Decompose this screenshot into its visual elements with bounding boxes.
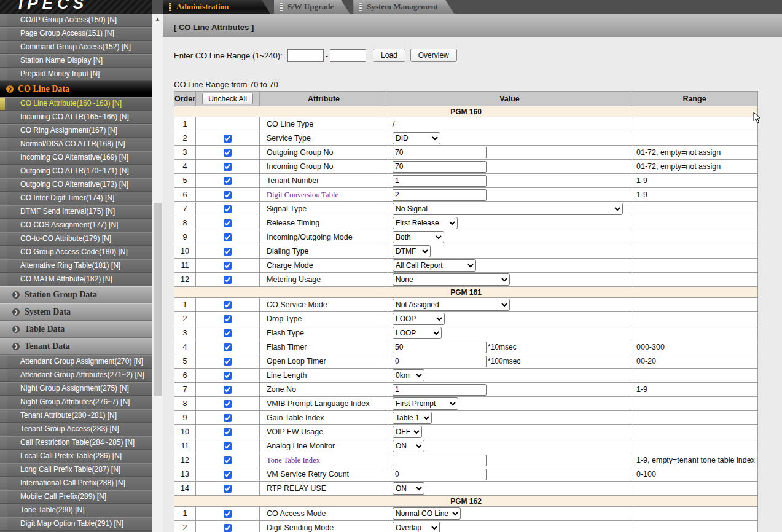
value-select[interactable]: Not Assigned — [393, 299, 510, 311]
uncheck-all-button[interactable]: Uncheck All — [202, 93, 253, 104]
sidebar-item-command-group-access-152-n[interactable]: Command Group Access(152) [N] — [0, 41, 152, 54]
row-checkbox[interactable] — [224, 329, 232, 337]
row-checkbox[interactable] — [224, 442, 232, 450]
row-checkbox[interactable] — [224, 471, 232, 479]
row-checkbox[interactable] — [224, 510, 232, 518]
sidebar-item-international-call-prefix-288-n[interactable]: International Call Prefix(288) [N] — [0, 477, 152, 490]
sidebar-item-tenant-group-access-283-n[interactable]: Tenant Group Access(283) [N] — [0, 423, 152, 436]
value-select[interactable]: Both — [393, 231, 444, 243]
sidebar-item-co-ip-group-access-150-n[interactable]: CO/IP Group Access(150) [N] — [0, 14, 152, 27]
value-select[interactable]: LOOP — [393, 313, 445, 325]
row-checkbox[interactable] — [224, 149, 232, 157]
tab-system-management[interactable]: System Management — [353, 0, 454, 14]
sidebar-group-tenant-data[interactable]: ❯Tenant Data — [0, 338, 152, 355]
value-select[interactable]: Normal CO Line — [393, 507, 461, 520]
value-select[interactable]: DID — [393, 132, 440, 144]
value-select[interactable]: ON — [393, 440, 424, 452]
sidebar-group-system-data[interactable]: ❯System Data — [0, 303, 152, 321]
row-checkbox[interactable] — [224, 456, 232, 464]
sidebar-item-tenant-attribute-280-281-n[interactable]: Tenant Attribute(280~281) [N] — [0, 409, 152, 423]
tab-sw-upgrade[interactable]: S/W Upgrade — [274, 0, 350, 14]
row-checkbox[interactable] — [224, 386, 232, 394]
sidebar-item-incoming-co-attr-165-166-n[interactable]: Incoming CO ATTR(165~166) [N] — [0, 111, 152, 124]
row-checkbox[interactable] — [224, 177, 232, 185]
row-checkbox[interactable] — [224, 262, 232, 270]
sidebar-group-co-line-data[interactable]: ❯CO Line Data — [0, 81, 152, 97]
load-button[interactable]: Load — [373, 49, 405, 62]
row-checkbox[interactable] — [224, 343, 232, 351]
value-select[interactable]: DTMF — [393, 245, 431, 257]
row-checkbox[interactable] — [224, 485, 232, 493]
row-checkbox[interactable] — [224, 301, 232, 309]
row-checkbox[interactable] — [224, 219, 232, 227]
value-input[interactable] — [393, 161, 487, 173]
value-select[interactable]: All Call Report — [393, 259, 476, 272]
sidebar-item-page-group-access-151-n[interactable]: Page Group Access(151) [N] — [0, 27, 152, 41]
sidebar-item-mobile-call-prefix-289-n[interactable]: Mobile Call Prefix(289) [N] — [0, 490, 152, 504]
sidebar-item-attendant-group-assignment-270-n[interactable]: Attendant Group Assignment(270) [N] — [0, 355, 152, 369]
sidebar-item-outgoing-co-alternative-173-n[interactable]: Outgoing CO Alternative(173) [N] — [0, 178, 152, 192]
row-checkbox[interactable] — [224, 524, 232, 532]
sidebar-group-station-group-data[interactable]: ❯Station Group Data — [0, 286, 152, 303]
row-checkbox[interactable] — [224, 400, 232, 408]
sidebar-group-table-data[interactable]: ❯Table Data — [0, 321, 152, 338]
row-checkbox[interactable] — [224, 233, 232, 241]
value-input[interactable] — [393, 175, 487, 187]
sidebar-item-dtmf-send-interval-175-n[interactable]: DTMF Send Interval(175) [N] — [0, 205, 152, 219]
sidebar-item-night-group-attributes-276-7-n[interactable]: Night Group Attributes(276~7) [N] — [0, 396, 152, 409]
range-to-input[interactable] — [330, 49, 366, 62]
sidebar-item-station-name-display-n[interactable]: Station Name Display [N] — [0, 54, 152, 68]
row-checkbox[interactable] — [224, 315, 232, 323]
row-checkbox[interactable] — [224, 428, 232, 436]
sidebar-item-prepaid-money-input-n[interactable]: Prepaid Money Input [N] — [0, 68, 152, 81]
value-select[interactable]: None — [393, 273, 510, 286]
value-select[interactable]: First Prompt — [393, 397, 458, 410]
sidebar-scrollbar[interactable]: ▲ — [152, 14, 163, 532]
sidebar-item-call-restriction-table-284-285-n[interactable]: Call Restriction Table(284~285) [N] — [0, 436, 152, 450]
tab-administration[interactable]: Administration — [163, 0, 270, 14]
scroll-up-arrow-icon[interactable]: ▲ — [152, 15, 163, 23]
value-select[interactable]: ON — [393, 482, 424, 495]
sidebar-item-attendant-group-attributes-271-2-n[interactable]: Attendant Group Attributes(271~2) [N] — [0, 369, 152, 382]
value-input[interactable] — [393, 384, 487, 396]
sidebar-item-digit-map-option-table-291-n[interactable]: Digit Map Option Table(291) [N] — [0, 517, 152, 531]
sidebar-item-long-call-prefix-table-287-n[interactable]: Long Call Prefix Table(287) [N] — [0, 463, 152, 477]
value-select[interactable]: No Signal — [393, 203, 623, 215]
sidebar-item-tone-table-290-n[interactable]: Tone Table(290) [N] — [0, 504, 152, 517]
row-checkbox[interactable] — [224, 163, 232, 171]
sidebar-item-co-cos-assignment-177-n[interactable]: CO COS Assignment(177) [N] — [0, 219, 152, 232]
range-from-input[interactable] — [287, 49, 324, 62]
sidebar-item-co-line-attribute-160-163-n[interactable]: CO Line Attribute(160~163) [N] — [0, 97, 152, 111]
sidebar-item-outgoing-co-attr-170-171-n[interactable]: Outgoing CO ATTR(170~171) [N] — [0, 165, 152, 178]
row-checkbox[interactable] — [224, 191, 232, 199]
scrollbar-thumb[interactable] — [154, 203, 162, 396]
row-checkbox[interactable] — [224, 135, 232, 143]
value-select[interactable]: 0km — [393, 369, 424, 381]
value-select[interactable]: First Release — [393, 217, 458, 229]
row-checkbox[interactable] — [224, 372, 232, 380]
value-input[interactable] — [393, 469, 487, 480]
row-checkbox[interactable] — [224, 414, 232, 422]
sidebar-item-local-call-prefix-table-286-n[interactable]: Local Call Prefix Table(286) [N] — [0, 450, 152, 463]
row-checkbox[interactable] — [224, 248, 232, 256]
sidebar-item-co-group-access-code-180-n[interactable]: CO Group Access Code(180) [N] — [0, 246, 152, 259]
sidebar-item-co-inter-digit-timer-174-n[interactable]: CO Inter-Digit Timer(174) [N] — [0, 192, 152, 205]
sidebar-item-alternative-ring-table-181-n[interactable]: Alternative Ring Table(181) [N] — [0, 259, 152, 273]
sidebar-item-night-group-assignment-275-n[interactable]: Night Group Assignment(275) [N] — [0, 382, 152, 396]
attribute-link[interactable]: Digit Conversion Table — [267, 190, 338, 199]
sidebar-item-co-matm-attribute-182-n[interactable]: CO MATM Attribute(182) [N] — [0, 273, 152, 286]
sidebar-item-co-to-co-attribute-179-n[interactable]: CO-to-CO Attribute(179) [N] — [0, 232, 152, 246]
value-input[interactable] — [393, 147, 487, 158]
value-input[interactable] — [393, 189, 487, 201]
overview-button[interactable]: Overview — [410, 49, 457, 62]
row-checkbox[interactable] — [224, 358, 232, 366]
sidebar-item-incoming-co-alternative-169-n[interactable]: Incoming CO Alternative(169) [N] — [0, 151, 152, 165]
value-input[interactable] — [393, 455, 487, 466]
value-select[interactable]: Table 1 — [393, 412, 432, 424]
row-checkbox[interactable] — [224, 276, 232, 284]
sidebar-item-normal-disa-co-attr-168-n[interactable]: Normal/DISA CO ATTR(168) [N] — [0, 138, 152, 151]
sidebar-item-co-ring-assignment-167-n[interactable]: CO Ring Assignment(167) [N] — [0, 124, 152, 138]
value-input[interactable] — [393, 356, 487, 367]
value-select[interactable]: OFF — [393, 426, 422, 438]
value-input[interactable] — [393, 342, 487, 353]
